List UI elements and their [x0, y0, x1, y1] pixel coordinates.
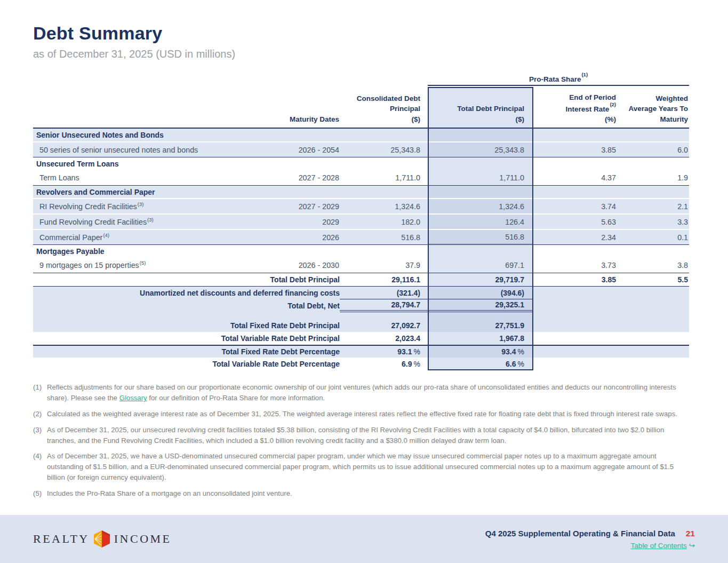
row-filler [533, 245, 689, 257]
section-row: Revolvers and Commercial Paper [33, 185, 689, 198]
row-label: Term Loans [33, 170, 214, 185]
cell-maturity: 2027 - 2028 [214, 170, 340, 185]
table-row: Total Debt, Net28,794.729,325.1 [33, 299, 689, 312]
cell-prorata-principal: 697.1 [428, 257, 533, 273]
cell-consolidated-value: 6.9 % [340, 358, 428, 370]
col-header-interest-rate: End of Period Interest Rate(2) (%) [533, 87, 620, 128]
cell-consolidated-principal: 29,116.1 [340, 273, 428, 286]
section-label: Mortgages Payable [33, 245, 428, 257]
row-filler [533, 346, 689, 358]
row-label: Commercial Paper (4) [33, 230, 214, 244]
footnote-2: (2)Calculated as the weighted average in… [33, 409, 689, 419]
row-filler [33, 312, 428, 319]
cell-prorata-value: 6.6 % [428, 358, 533, 370]
total-label: Total Fixed Rate Debt Percentage [33, 346, 340, 358]
footnote-1: (1)Reflects adjustments for our share ba… [33, 382, 689, 403]
cell-interest-rate: 3.85 [533, 273, 620, 286]
cell-prorata-principal: 516.8 [428, 230, 533, 244]
page-footer: REALTY INCOME Q4 2025 Supplemental Opera… [0, 515, 728, 563]
report-page: Debt Summary as of December 31, 2025 (US… [0, 0, 728, 563]
footnotes: (1)Reflects adjustments for our share ba… [33, 382, 689, 498]
table-row: Total Debt Principal29,116.129,719.73.85… [33, 273, 689, 287]
table-header-row: Maturity Dates Consolidated Debt Princip… [33, 87, 689, 129]
prorata-box-border-bottom [428, 369, 533, 370]
cell-consolidated-principal: 1,711.0 [340, 170, 428, 185]
prorata-share-header: Pro-Rata Share(1) [428, 74, 689, 83]
cell-years-to-maturity: 3.3 [620, 215, 689, 229]
table-row: RI Revolving Credit Facilities (3)2027 -… [33, 198, 689, 213]
cell-maturity: 2029 [214, 215, 340, 229]
footnote-text: Calculated as the weighted average inter… [47, 409, 689, 419]
cell-prorata-value: 1,967.8 [428, 332, 533, 345]
prorata-cell [428, 312, 533, 319]
col-header-years-to-maturity: Weighted Average Years To Maturity [620, 87, 689, 128]
total-label: Total Fixed Rate Debt Principal [33, 319, 340, 332]
cell-maturity: 2027 - 2029 [214, 199, 340, 213]
footnote-ref: (4) [103, 232, 109, 238]
cell-maturity: 2026 - 2030 [214, 257, 340, 273]
row-filler [533, 186, 689, 198]
cell-prorata-principal: 25,343.8 [428, 142, 533, 157]
row-filler [533, 129, 689, 141]
prorata-cell [428, 186, 533, 198]
section-row: Unsecured Term Loans [33, 157, 689, 170]
cell-interest-rate: 2.34 [533, 230, 620, 244]
prorata-share-label: Pro-Rata Share [529, 75, 581, 83]
row-label: Fund Revolving Credit Facilities (3) [33, 215, 214, 229]
section-label: Senior Unsecured Notes and Bonds [33, 129, 428, 141]
cell-prorata-value: (394.6) [428, 287, 533, 299]
prorata-cell [428, 129, 533, 141]
footnote-ref-2: (2) [610, 101, 616, 107]
table-row: Total Fixed Rate Debt Percentage93.1 %93… [33, 345, 689, 358]
table-of-contents-link[interactable]: Table of Contents [631, 542, 687, 550]
cell-prorata-value: 29,325.1 [428, 299, 533, 312]
cell-consolidated-principal: 1,324.6 [340, 199, 428, 213]
cell-years-to-maturity: 1.9 [620, 170, 689, 185]
row-label: 50 series of senior unsecured notes and … [33, 142, 214, 157]
footnote-number: (5) [33, 488, 47, 499]
cell-consolidated-value: 28,794.7 [340, 299, 428, 312]
footer-right: Q4 2025 Supplemental Operating & Financi… [485, 529, 695, 550]
prorata-underline [428, 85, 689, 86]
page-title: Debt Summary [33, 23, 689, 43]
footer-doc-title-row: Q4 2025 Supplemental Operating & Financi… [485, 529, 695, 538]
cell-maturity: 2026 - 2054 [214, 142, 340, 157]
realty-income-logo: REALTY INCOME [33, 530, 172, 548]
footnote-number: (1) [33, 382, 47, 403]
cell-years-to-maturity: 6.0 [620, 142, 689, 157]
col-header-consolidated: Consolidated Debt Principal ($) [340, 87, 428, 128]
toc-arrow-icon: ↪ [689, 542, 695, 550]
section-label: Revolvers and Commercial Paper [33, 186, 428, 198]
col-header-prorata-principal: Total Debt Principal ($) [428, 87, 533, 128]
logo-word-income: INCOME [114, 532, 172, 546]
glossary-link[interactable]: Glossary [119, 394, 147, 402]
cell-consolidated-principal: 182.0 [340, 215, 428, 229]
table-row: Total Variable Rate Debt Percentage6.9 %… [33, 358, 689, 370]
total-label: Total Debt Principal [33, 273, 340, 286]
table-row: Term Loans2027 - 20281,711.01,711.04.371… [33, 170, 689, 185]
spacer-row [33, 312, 689, 319]
cell-interest-rate: 3.73 [533, 257, 620, 273]
row-filler [533, 287, 689, 299]
prorata-cell [428, 157, 533, 170]
page-number: 21 [686, 529, 695, 538]
footnote-text: Includes the Pro-Rata Share of a mortgag… [47, 488, 689, 499]
footnote-ref: (3) [147, 217, 154, 223]
footnote-3: (3)As of December 31, 2025, our unsecure… [33, 425, 689, 446]
footer-toc-row: Table of Contents↪ [485, 541, 695, 550]
table-row: 50 series of senior unsecured notes and … [33, 141, 689, 157]
row-filler [533, 319, 689, 332]
table-row: Commercial Paper (4)2026516.8516.82.340.… [33, 229, 689, 244]
footnote-ref-1: (1) [581, 72, 588, 77]
prorata-cell [428, 245, 533, 257]
footnote-number: (2) [33, 409, 47, 419]
cell-consolidated-principal: 25,343.8 [340, 142, 428, 157]
logo-word-realty: REALTY [33, 532, 90, 546]
section-row: Senior Unsecured Notes and Bonds [33, 129, 689, 141]
row-filler [533, 332, 689, 345]
table-row: Total Variable Rate Debt Principal2,023.… [33, 332, 689, 345]
row-filler [533, 157, 689, 170]
logo-house-icon [93, 530, 110, 548]
footnote-number: (3) [33, 425, 47, 446]
cell-consolidated-value: (321.4) [340, 287, 428, 299]
